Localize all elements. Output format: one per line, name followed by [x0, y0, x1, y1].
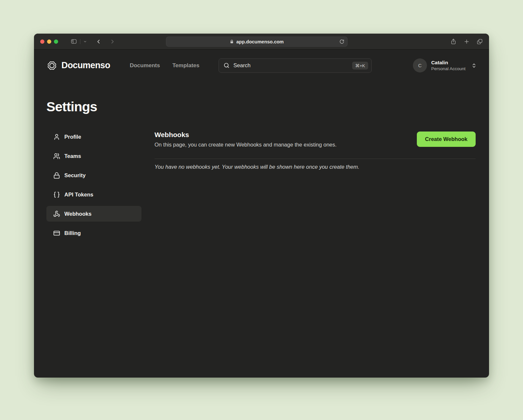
sidebar-item-profile[interactable]: Profile: [46, 129, 141, 145]
browser-window: app.documenso.com: [34, 34, 489, 378]
credit-card-icon: [53, 230, 60, 237]
sidebar-item-billing[interactable]: Billing: [46, 225, 141, 241]
brand-wordmark: Documenso: [61, 60, 110, 70]
webhooks-description: On this page, you can create new Webhook…: [155, 142, 336, 148]
titlebar-right-controls: [450, 38, 483, 45]
nav-templates[interactable]: Templates: [172, 62, 200, 69]
address-bar[interactable]: app.documenso.com: [166, 37, 348, 47]
webhooks-title: Webhooks: [155, 131, 336, 139]
search-bar[interactable]: ⌘+K: [219, 58, 372, 73]
chevrons-up-down-icon: [471, 63, 477, 68]
page-title: Settings: [46, 99, 477, 115]
app-header: Documenso Documents Templates ⌘+K C Cata…: [34, 50, 489, 81]
sidebar-item-api-tokens[interactable]: API Tokens: [46, 187, 141, 202]
window-controls: [40, 39, 58, 44]
zoom-window-button[interactable]: [54, 39, 58, 44]
sidebar-item-webhooks[interactable]: Webhooks: [46, 206, 141, 222]
search-input[interactable]: [234, 62, 352, 69]
webhooks-empty-state: You have no webhooks yet. Your webhooks …: [155, 164, 476, 170]
primary-nav: Documents Templates: [130, 62, 199, 69]
sidebar-toggle-icon[interactable]: [71, 38, 77, 45]
settings-sidebar: Profile Teams Security API Tokens: [46, 129, 141, 241]
account-type: Personal Account: [431, 66, 466, 72]
sidebar-item-label: Webhooks: [64, 211, 91, 217]
documenso-rosette-icon: [46, 60, 57, 71]
lock-icon: [53, 172, 60, 179]
chevron-down-icon[interactable]: [83, 40, 87, 43]
webhook-icon: [53, 210, 60, 217]
forward-icon[interactable]: [109, 39, 116, 45]
nav-documents[interactable]: Documents: [130, 62, 160, 69]
user-icon: [53, 133, 60, 140]
webhooks-panel: Webhooks On this page, you can create ne…: [155, 129, 476, 170]
search-icon: [223, 62, 230, 69]
braces-icon: [53, 191, 60, 198]
back-icon[interactable]: [95, 39, 102, 45]
sidebar-item-label: Billing: [64, 230, 81, 236]
section-divider: [155, 159, 476, 159]
close-window-button[interactable]: [40, 39, 44, 44]
sidebar-item-label: Profile: [64, 134, 81, 140]
share-icon[interactable]: [450, 38, 457, 45]
url-text: app.documenso.com: [236, 39, 284, 44]
documenso-logo[interactable]: Documenso: [46, 60, 110, 71]
account-menu[interactable]: C Catalin Personal Account: [413, 58, 477, 72]
sidebar-item-teams[interactable]: Teams: [46, 148, 141, 164]
sidebar-item-label: API Tokens: [64, 192, 93, 198]
toolbar-divider: [80, 39, 80, 44]
reload-icon[interactable]: [339, 39, 344, 44]
lock-icon: [230, 39, 234, 44]
browser-titlebar: app.documenso.com: [34, 34, 489, 50]
sidebar-item-label: Security: [64, 172, 86, 179]
avatar: C: [413, 58, 427, 72]
tab-overview-icon[interactable]: [477, 39, 483, 45]
create-webhook-button[interactable]: Create Webhook: [417, 132, 476, 147]
sidebar-item-security[interactable]: Security: [46, 167, 141, 183]
search-shortcut-badge: ⌘+K: [352, 62, 368, 70]
webhooks-header: Webhooks On this page, you can create ne…: [155, 131, 476, 148]
new-tab-icon[interactable]: [464, 39, 470, 45]
settings-content: Profile Teams Security API Tokens: [34, 115, 489, 241]
minimize-window-button[interactable]: [47, 39, 51, 44]
account-name: Catalin: [431, 59, 466, 66]
sidebar-item-label: Teams: [64, 153, 81, 159]
users-icon: [53, 153, 60, 160]
